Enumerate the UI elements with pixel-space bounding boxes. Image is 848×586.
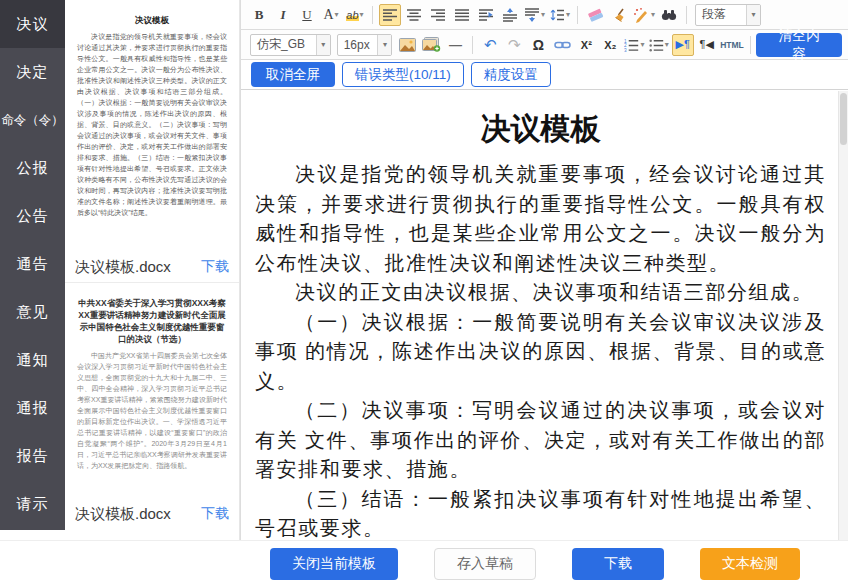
chevron-down-icon: ▾: [360, 10, 364, 19]
redo-button[interactable]: ↷: [503, 34, 525, 56]
document-paragraph: （三）结语：一般紧扣决议事项有针对性地提出希望、号召或要求。: [255, 485, 826, 541]
sidebar-item-tongbao[interactable]: 通报: [0, 384, 65, 432]
paragraph-spacing-before-button[interactable]: [499, 4, 521, 26]
line-height-icon: [549, 7, 565, 23]
unordered-list-button[interactable]: ▾: [648, 34, 670, 56]
text-detect-button[interactable]: 文本检测: [700, 548, 800, 580]
align-left-icon: [382, 7, 398, 23]
sidebar-item-tongzhi[interactable]: 通知: [0, 336, 65, 384]
chevron-down-icon: ▾: [746, 5, 760, 25]
sidebar-item-jueyi[interactable]: 决议: [0, 0, 65, 48]
auto-typeset-button[interactable]: ▾: [632, 4, 656, 26]
italic-button[interactable]: I: [272, 4, 294, 26]
indent-icon: [478, 7, 494, 23]
paragraph-format-select[interactable]: 段落 ▾: [695, 4, 761, 26]
chevron-down-icon: ▾: [377, 35, 391, 55]
indent-button[interactable]: [475, 4, 497, 26]
font-color-icon: A: [323, 7, 333, 23]
precision-settings-button[interactable]: 精度设置: [471, 62, 551, 87]
app: 决议 决定 命令（令） 公报 公告 通告 意见 通知 通报 报告 请示 决议模板…: [0, 0, 848, 586]
cancel-fullscreen-button[interactable]: 取消全屏: [251, 62, 335, 87]
align-justify-icon: [454, 7, 470, 23]
sidebar-item-qingshi[interactable]: 请示: [0, 480, 65, 528]
insert-multi-image-button[interactable]: [420, 34, 442, 56]
align-left-button[interactable]: [379, 4, 401, 26]
font-size-select[interactable]: 16px ▾: [337, 34, 393, 56]
underline-button[interactable]: U: [296, 4, 318, 26]
align-center-button[interactable]: [403, 4, 425, 26]
superscript-button[interactable]: X²: [575, 34, 597, 56]
bold-button[interactable]: B: [248, 4, 270, 26]
ordered-list-icon: 1 2 3: [624, 38, 639, 52]
chevron-down-icon: ▾: [665, 40, 669, 49]
sidebar-item-mingling[interactable]: 命令（令）: [0, 96, 65, 144]
close-template-button[interactable]: 关闭当前模板: [270, 548, 398, 580]
sidebar-item-jueding[interactable]: 决定: [0, 48, 65, 96]
sidebar-item-baogao[interactable]: 报告: [0, 432, 65, 480]
subscript-button[interactable]: X₂: [599, 34, 621, 56]
highlight-button[interactable]: ab ▾: [344, 4, 366, 26]
sidebar-item-gonggao[interactable]: 公告: [0, 192, 65, 240]
template-download-link[interactable]: 下载: [201, 258, 229, 276]
ordered-list-button[interactable]: 1 2 3 ▾: [623, 34, 645, 56]
find-replace-button[interactable]: [658, 4, 680, 26]
ltr-paragraph-button[interactable]: ▶¶: [672, 34, 694, 56]
document-paragraph: 决议的正文由决议根据、决议事项和结语三部分组成。: [255, 278, 826, 308]
sidebar-item-yijian[interactable]: 意见: [0, 288, 65, 336]
clear-content-button[interactable]: 清空内容: [756, 33, 842, 57]
undo-button[interactable]: ↶: [479, 34, 501, 56]
line-height-button[interactable]: ▾: [548, 4, 571, 26]
toolbar-row-2: 仿宋_GB ▾ 16px ▾: [241, 30, 848, 60]
font-family-select[interactable]: 仿宋_GB ▾: [250, 34, 331, 56]
svg-text:3: 3: [624, 47, 627, 51]
toolbar-row-1: B I U A ▾ ab ▾: [241, 0, 848, 30]
highlight-icon: ab: [346, 9, 358, 21]
html-source-button[interactable]: HTML: [720, 34, 745, 56]
template-filename-2: 决议模板.docx: [75, 505, 171, 524]
unordered-list-icon: [649, 38, 664, 52]
document-paragraph: 决议是指党的领导机关就重要事项，经会议讨论通过其决策，并要求进行贯彻执行的重要指…: [255, 160, 826, 278]
save-draft-button[interactable]: 存入草稿: [434, 548, 536, 580]
align-right-button[interactable]: [427, 4, 449, 26]
horizontal-rule-button[interactable]: —: [444, 34, 466, 56]
document-editing-area[interactable]: 决议模板 决议是指党的领导机关就重要事项，经会议讨论通过其决策，并要求进行贯彻执…: [241, 91, 848, 540]
error-type-button[interactable]: 错误类型(10/11): [342, 62, 464, 87]
image-icon: [399, 38, 416, 52]
chevron-down-icon: ▾: [651, 10, 655, 19]
template-download-link-2[interactable]: 下载: [201, 505, 229, 523]
special-char-button[interactable]: Ω: [527, 34, 549, 56]
eraser-icon: [587, 7, 604, 23]
rtl-paragraph-button[interactable]: ¶◀: [696, 34, 718, 56]
download-button[interactable]: 下载: [572, 548, 664, 580]
document: 决议模板 决议是指党的领导机关就重要事项，经会议讨论通过其决策，并要求进行贯彻执…: [241, 91, 848, 540]
template-thumbnail-2[interactable]: 中共XX省委关于深入学习贯彻XXX考察XX重要讲话精神努力建设新时代全面展示中国…: [65, 283, 239, 499]
document-title: 决议模板: [255, 109, 826, 150]
toolbar-separator: [577, 6, 578, 24]
chevron-down-icon: ▾: [566, 10, 570, 19]
editor-scrollbar[interactable]: [838, 91, 848, 540]
toolbar-separator: [686, 6, 687, 24]
binoculars-icon: [660, 7, 678, 23]
font-color-button[interactable]: A ▾: [320, 4, 342, 26]
template-thumbnail-1[interactable]: 决议模板 决议是指党的领导机关就重要事项，经会议讨论通过其决策，并要求进行贯彻执…: [65, 0, 239, 252]
toolbar-separator: [472, 36, 473, 54]
document-paragraph: （一）决议根据：一般简要说明有关会议审议决议涉及事项 的情况，陈述作出决议的原因…: [255, 308, 826, 397]
toolbar-separator: [750, 36, 751, 54]
editor-action-row: 取消全屏 错误类型(10/11) 精度设置: [241, 60, 848, 90]
sidebar-item-tonggao[interactable]: 通告: [0, 240, 65, 288]
paragraph-spacing-after-button[interactable]: ▾: [523, 4, 546, 26]
thumbnail-doc-body: 决议是指党的领导机关就重要事项，经会议讨论通过其决策，并要求进行贯彻执行的重要指…: [77, 31, 227, 218]
scrollbar-thumb[interactable]: [840, 93, 847, 145]
insert-image-button[interactable]: [396, 34, 418, 56]
insert-link-button[interactable]: [551, 34, 573, 56]
clear-document-button[interactable]: [608, 4, 630, 26]
thumbnail-doc-title-2: 中共XX省委关于深入学习贯彻XXX考察XX重要讲话精神努力建设新时代全面展示中国…: [77, 297, 227, 345]
sidebar-item-gongbao[interactable]: 公报: [0, 144, 65, 192]
chevron-down-icon: ▾: [640, 40, 644, 49]
align-justify-button[interactable]: [451, 4, 473, 26]
editor: B I U A ▾ ab ▾: [240, 0, 848, 540]
align-right-icon: [430, 7, 446, 23]
paragraph-format-value: 段落: [696, 6, 746, 23]
clear-format-button[interactable]: [584, 4, 606, 26]
link-icon: [554, 38, 571, 52]
